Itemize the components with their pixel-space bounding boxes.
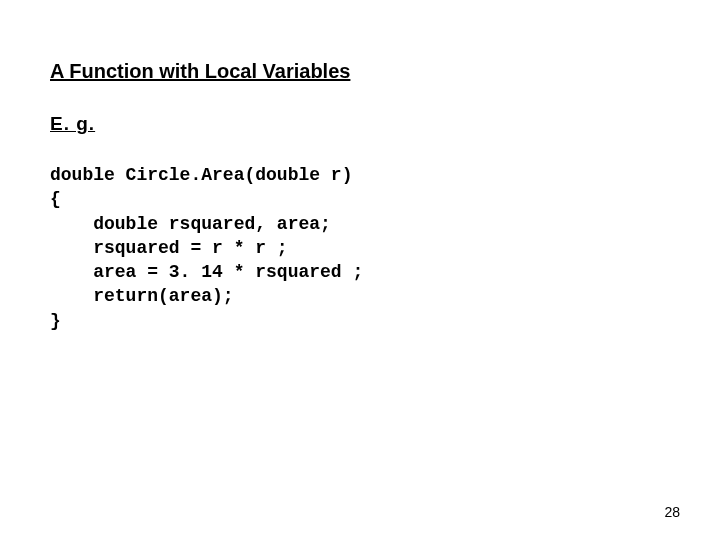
example-label: E. g. [50,113,670,135]
page-number: 28 [664,504,680,520]
code-example: double Circle.Area(double r) { double rs… [50,163,670,333]
slide-title: A Function with Local Variables [50,60,670,83]
